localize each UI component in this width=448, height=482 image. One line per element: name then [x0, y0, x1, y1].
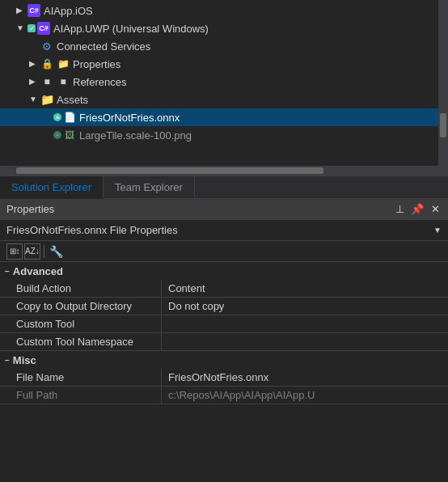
expand-arrow-png	[42, 130, 52, 140]
pin-down-icon[interactable]: ⊥	[393, 203, 406, 215]
add-badge-png: +	[53, 131, 61, 139]
tree-item-references[interactable]: ■ ■ References	[0, 73, 448, 91]
tree-item-label: AIApp.iOS	[44, 5, 93, 17]
prop-row-build-action[interactable]: Build Action Content	[0, 280, 448, 298]
collapse-advanced-icon	[5, 267, 10, 276]
collapse-misc-icon	[5, 356, 10, 365]
properties-table: Advanced Build Action Content Copy to Ou…	[0, 262, 448, 482]
prop-name-build-action: Build Action	[0, 280, 162, 297]
expand-arrow-onnx	[42, 112, 52, 122]
properties-dropdown-arrow[interactable]: ▼	[433, 226, 442, 235]
expand-arrow-aiapp-ios	[16, 6, 26, 15]
connected-services-icon: ⚙	[40, 40, 53, 53]
prop-value-custom-tool	[162, 315, 448, 332]
section-header-advanced[interactable]: Advanced	[0, 262, 448, 280]
prop-row-file-name[interactable]: File Name FriesOrNotFries.onnx	[0, 369, 448, 387]
scrollbar-thumb[interactable]	[440, 113, 446, 137]
tree-item-label: LargeTile.scale-100.png	[79, 129, 192, 142]
prop-name-copy-output: Copy to Output Directory	[0, 298, 162, 315]
tree-item-aiapp-ios[interactable]: C# AIApp.iOS	[0, 2, 448, 19]
tab-team-explorer-label: Team Explorer	[115, 181, 183, 193]
tree-item-properties[interactable]: 🔒 📁 Properties	[0, 55, 448, 73]
prop-name-custom-tool-ns: Custom Tool Namespace	[0, 333, 162, 350]
wrench-icon[interactable]: 🔧	[48, 243, 64, 260]
tabs-row: Solution Explorer Team Explorer	[0, 176, 448, 199]
section-misc-label: Misc	[13, 354, 36, 366]
properties-title: Properties	[6, 203, 54, 215]
expand-arrow-references	[29, 77, 39, 87]
prop-value-custom-tool-ns	[162, 333, 448, 350]
properties-subheader-text: FriesOrNotFries.onnx File Properties	[6, 224, 178, 236]
tree-container: C# AIApp.iOS ✓ C# AIApp.UWP (Universal W…	[0, 0, 448, 146]
tree-item-label: Assets	[57, 94, 88, 106]
tree-item-onnx[interactable]: + 📄 FriesOrNotFries.onnx	[0, 108, 448, 126]
tree-item-png[interactable]: + 🖼 LargeTile.scale-100.png	[0, 126, 448, 144]
properties-folder-icon: 📁	[57, 57, 70, 70]
tab-solution-explorer-label: Solution Explorer	[11, 181, 91, 193]
onnx-file-icon: 📄	[63, 111, 76, 124]
prop-row-custom-tool[interactable]: Custom Tool	[0, 315, 448, 333]
tab-solution-explorer[interactable]: Solution Explorer	[0, 176, 104, 199]
alphabetical-icon[interactable]: AZ↓	[24, 243, 40, 260]
toolbar-separator	[44, 245, 44, 258]
toolbar-row: ⊞↕ AZ↓ 🔧	[0, 241, 448, 262]
expand-arrow-aiapp-uwp	[16, 23, 26, 33]
tab-team-explorer[interactable]: Team Explorer	[104, 176, 195, 198]
header-icons: ⊥ 📌 ✕	[393, 203, 442, 215]
pin-icon[interactable]: 📌	[411, 203, 424, 215]
prop-row-copy-output[interactable]: Copy to Output Directory Do not copy	[0, 298, 448, 315]
prop-value-build-action: Content	[162, 280, 448, 297]
tree-item-label: Connected Services	[57, 40, 150, 53]
tree-item-label: FriesOrNotFries.onnx	[79, 112, 180, 124]
properties-panel: Properties ⊥ 📌 ✕ FriesOrNotFries.onnx Fi…	[0, 199, 448, 482]
prop-name-full-path: Full Path	[0, 387, 162, 404]
tree-item-aiapp-uwp[interactable]: ✓ C# AIApp.UWP (Universal Windows)	[0, 19, 448, 37]
tree-item-label: References	[73, 76, 126, 88]
prop-row-custom-tool-ns[interactable]: Custom Tool Namespace	[0, 333, 448, 351]
hscrollbar-thumb[interactable]	[16, 167, 323, 174]
prop-value-copy-output: Do not copy	[162, 298, 448, 315]
prop-value-file-name: FriesOrNotFries.onnx	[162, 369, 448, 386]
references-icon: ■	[40, 75, 53, 88]
horizontal-scrollbar[interactable]	[0, 166, 438, 175]
solution-explorer-panel: C# AIApp.iOS ✓ C# AIApp.UWP (Universal W…	[0, 0, 448, 176]
properties-header: Properties ⊥ 📌 ✕	[0, 199, 448, 220]
check-badge: ✓	[27, 24, 36, 32]
categorized-icon[interactable]: ⊞↕	[6, 243, 23, 260]
add-badge-onnx: +	[53, 113, 61, 121]
close-icon[interactable]: ✕	[429, 203, 442, 215]
folder-icon: 📁	[40, 93, 53, 106]
section-advanced-label: Advanced	[13, 265, 63, 277]
expand-arrow-assets	[29, 95, 39, 104]
csharp-icon-uwp: C#	[37, 22, 50, 35]
references-icon2: ■	[57, 75, 70, 88]
tree-item-assets[interactable]: 📁 Assets	[0, 91, 448, 108]
tree-item-label: Properties	[73, 58, 120, 70]
png-file-icon: 🖼	[63, 129, 76, 142]
lock-icon: 🔒	[40, 57, 53, 70]
tree-item-connected-services[interactable]: ⚙ Connected Services	[0, 37, 448, 55]
expand-arrow-connected	[29, 41, 39, 51]
prop-row-full-path[interactable]: Full Path c:\Repos\AIApp\AIApp\AIApp.U	[0, 387, 448, 404]
prop-name-custom-tool: Custom Tool	[0, 315, 162, 332]
prop-name-file-name: File Name	[0, 369, 162, 386]
prop-value-full-path: c:\Repos\AIApp\AIApp\AIApp.U	[162, 387, 448, 404]
properties-subheader: FriesOrNotFries.onnx File Properties ▼	[0, 220, 448, 241]
expand-arrow-properties	[29, 59, 39, 69]
vertical-scrollbar[interactable]	[438, 0, 448, 175]
tree-item-label: AIApp.UWP (Universal Windows)	[53, 23, 209, 35]
csharp-icon: C#	[27, 4, 40, 17]
section-header-misc[interactable]: Misc	[0, 351, 448, 369]
